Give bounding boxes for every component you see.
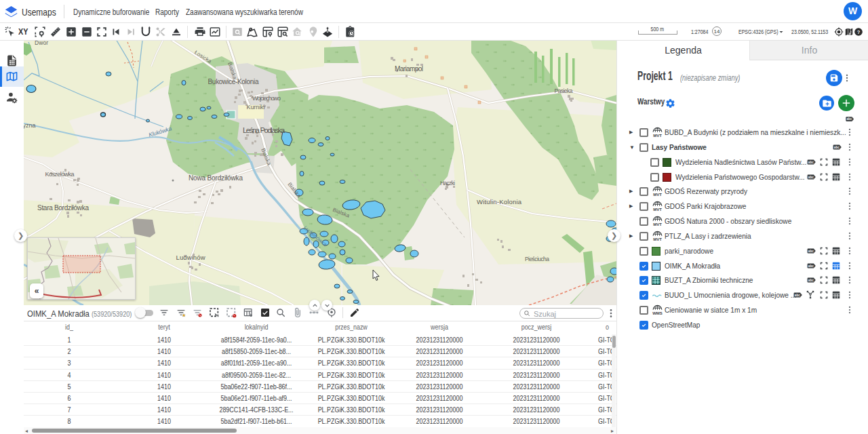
svg-text:?: ? [857,29,861,35]
svg-text:Haczki: Haczki [440,180,455,186]
svg-text:abc: abc [846,117,852,121]
svg-text:Stara Bordziłówka: Stara Bordziłówka [37,204,89,212]
svg-text:Leśna Podlaska: Leśna Podlaska [243,126,285,134]
svg-text:MVT: MVT [653,192,662,196]
svg-text:abc: abc [808,279,814,282]
svg-text:Witulin-Kolonia: Witulin-Kolonia [477,198,522,205]
svg-text:yzna: yzna [24,122,36,129]
svg-text:Wojciechowo: Wojciechowo [252,95,281,102]
svg-text:WMS: WMS [652,311,663,315]
svg-text:MVT: MVT [653,222,662,226]
svg-text:Kurniki: Kurniki [247,104,265,111]
svg-text:Pasieka: Pasieka [555,87,573,94]
svg-text:abc: abc [808,176,814,179]
svg-text:abc: abc [834,146,840,149]
svg-text:abc: abc [808,161,814,164]
svg-text:abc: abc [795,294,800,297]
svg-text:Ludwinów: Ludwinów [176,254,205,261]
svg-text:MVT: MVT [653,237,662,241]
svg-text:abc: abc [808,250,814,253]
svg-text:Pieściucha: Pieściucha [525,256,549,262]
svg-text:MVT: MVT [653,207,662,211]
svg-text:Mariampol: Mariampol [395,65,423,73]
svg-text:Koszelówka: Koszelówka [45,171,75,178]
svg-text:MVT: MVT [653,133,662,137]
svg-text:Nowa Bordziłówka: Nowa Bordziłówka [189,174,243,182]
svg-text:abc: abc [808,264,814,268]
svg-text:Dwór: Dwór [35,41,48,46]
